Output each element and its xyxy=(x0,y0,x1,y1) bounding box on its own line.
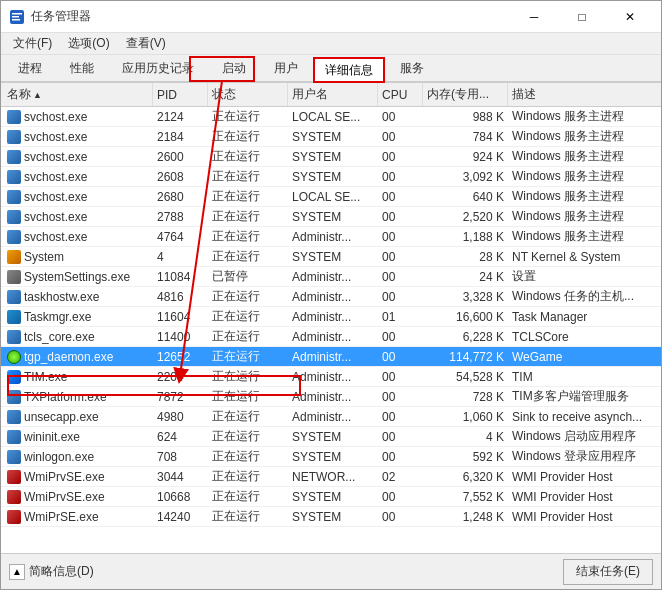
cell-mem: 3,092 K xyxy=(423,170,508,184)
cell-status: 正在运行 xyxy=(208,108,288,125)
col-name[interactable]: 名称 ▲ xyxy=(3,83,153,106)
maximize-button[interactable]: □ xyxy=(559,1,605,33)
cell-name: svchost.exe xyxy=(3,150,153,164)
table-row[interactable]: WmiPrSE.exe 14240 正在运行 SYSTEM 00 1,248 K… xyxy=(1,507,661,527)
col-user[interactable]: 用户名 xyxy=(288,83,378,106)
end-task-button[interactable]: 结束任务(E) xyxy=(563,559,653,585)
table-row[interactable]: SystemSettings.exe 11084 已暂停 Administr..… xyxy=(1,267,661,287)
cell-cpu: 00 xyxy=(378,130,423,144)
cell-pid: 4816 xyxy=(153,290,208,304)
table-row[interactable]: unsecapp.exe 4980 正在运行 Administr... 00 1… xyxy=(1,407,661,427)
expand-button[interactable]: ▲ xyxy=(9,564,25,580)
cell-desc: Windows 启动应用程序 xyxy=(508,428,659,445)
table-row[interactable]: svchost.exe 2124 正在运行 LOCAL SE... 00 988… xyxy=(1,107,661,127)
table-row[interactable]: WmiPrvSE.exe 10668 正在运行 SYSTEM 00 7,552 … xyxy=(1,487,661,507)
col-pid[interactable]: PID xyxy=(153,83,208,106)
table-row[interactable]: System 4 正在运行 SYSTEM 00 28 K NT Kernel &… xyxy=(1,247,661,267)
table-row[interactable]: svchost.exe 2680 正在运行 LOCAL SE... 00 640… xyxy=(1,187,661,207)
tab-startup[interactable]: 启动 xyxy=(209,55,259,81)
col-mem[interactable]: 内存(专用... xyxy=(423,83,508,106)
cell-pid: 2680 xyxy=(153,190,208,204)
table-row[interactable]: svchost.exe 4764 正在运行 Administr... 00 1,… xyxy=(1,227,661,247)
process-icon xyxy=(7,170,21,184)
tab-performance[interactable]: 性能 xyxy=(57,55,107,81)
menu-options[interactable]: 选项(O) xyxy=(60,33,117,54)
table-row[interactable]: tcls_core.exe 11400 正在运行 Administr... 00… xyxy=(1,327,661,347)
cell-desc: 设置 xyxy=(508,268,659,285)
table-row[interactable]: svchost.exe 2184 正在运行 SYSTEM 00 784 K Wi… xyxy=(1,127,661,147)
tab-app-history[interactable]: 应用历史记录 xyxy=(109,55,207,81)
cell-pid: 14240 xyxy=(153,510,208,524)
app-icon xyxy=(9,9,25,25)
process-icon xyxy=(7,290,21,304)
close-button[interactable]: ✕ xyxy=(607,1,653,33)
cell-status: 正在运行 xyxy=(208,228,288,245)
cell-name: Taskmgr.exe xyxy=(3,310,153,324)
menu-file[interactable]: 文件(F) xyxy=(5,33,60,54)
menu-view[interactable]: 查看(V) xyxy=(118,33,174,54)
tab-processes[interactable]: 进程 xyxy=(5,55,55,81)
table-row[interactable]: TIM.exe 2204 正在运行 Administr... 00 54,528… xyxy=(1,367,661,387)
tab-users[interactable]: 用户 xyxy=(261,55,311,81)
title-bar: 任务管理器 ─ □ ✕ xyxy=(1,1,661,33)
process-icon xyxy=(7,510,21,524)
footer-left: ▲ 简略信息(D) xyxy=(9,563,94,580)
cell-cpu: 00 xyxy=(378,230,423,244)
process-name: tcls_core.exe xyxy=(24,330,95,344)
process-name: unsecapp.exe xyxy=(24,410,99,424)
process-icon xyxy=(7,450,21,464)
cell-mem: 3,328 K xyxy=(423,290,508,304)
summary-label[interactable]: 简略信息(D) xyxy=(29,563,94,580)
table-row[interactable]: Taskmgr.exe 11604 正在运行 Administr... 01 1… xyxy=(1,307,661,327)
cell-name: wininit.exe xyxy=(3,430,153,444)
process-name: svchost.exe xyxy=(24,110,87,124)
cell-status: 正在运行 xyxy=(208,508,288,525)
cell-user: Administr... xyxy=(288,330,378,344)
cell-pid: 12652 xyxy=(153,350,208,364)
process-icon xyxy=(7,230,21,244)
cell-mem: 28 K xyxy=(423,250,508,264)
cell-desc: Windows 服务主进程 xyxy=(508,108,659,125)
cell-desc: Task Manager xyxy=(508,310,659,324)
cell-cpu: 00 xyxy=(378,450,423,464)
cell-pid: 4980 xyxy=(153,410,208,424)
tab-details[interactable]: 详细信息 xyxy=(313,57,385,83)
window-title: 任务管理器 xyxy=(31,8,91,25)
cell-user: NETWOR... xyxy=(288,470,378,484)
cell-user: Administr... xyxy=(288,390,378,404)
cell-mem: 728 K xyxy=(423,390,508,404)
cell-status: 正在运行 xyxy=(208,448,288,465)
cell-mem: 24 K xyxy=(423,270,508,284)
table-row[interactable]: taskhostw.exe 4816 正在运行 Administr... 00 … xyxy=(1,287,661,307)
cell-desc: Windows 服务主进程 xyxy=(508,148,659,165)
cell-user: SYSTEM xyxy=(288,490,378,504)
cell-pid: 2600 xyxy=(153,150,208,164)
cell-desc: Windows 服务主进程 xyxy=(508,128,659,145)
tab-services[interactable]: 服务 xyxy=(387,55,437,81)
cell-cpu: 00 xyxy=(378,250,423,264)
table-row[interactable]: svchost.exe 2788 正在运行 SYSTEM 00 2,520 K … xyxy=(1,207,661,227)
table-row[interactable]: wininit.exe 624 正在运行 SYSTEM 00 4 K Windo… xyxy=(1,427,661,447)
process-name: taskhostw.exe xyxy=(24,290,99,304)
cell-mem: 988 K xyxy=(423,110,508,124)
col-desc[interactable]: 描述 xyxy=(508,83,659,106)
cell-name: winlogon.exe xyxy=(3,450,153,464)
col-cpu[interactable]: CPU xyxy=(378,83,423,106)
process-name: svchost.exe xyxy=(24,150,87,164)
cell-desc: Windows 服务主进程 xyxy=(508,188,659,205)
footer: ▲ 简略信息(D) 结束任务(E) xyxy=(1,553,661,589)
table-row[interactable]: tgp_daemon.exe 12652 正在运行 Administr... 0… xyxy=(1,347,661,367)
table-row[interactable]: svchost.exe 2600 正在运行 SYSTEM 00 924 K Wi… xyxy=(1,147,661,167)
col-status[interactable]: 状态 xyxy=(208,83,288,106)
process-name: TIM.exe xyxy=(24,370,67,384)
process-name: winlogon.exe xyxy=(24,450,94,464)
minimize-button[interactable]: ─ xyxy=(511,1,557,33)
table-row[interactable]: svchost.exe 2608 正在运行 SYSTEM 00 3,092 K … xyxy=(1,167,661,187)
table-row[interactable]: TXPlatform.exe 7872 正在运行 Administr... 00… xyxy=(1,387,661,407)
cell-desc: TIM xyxy=(508,370,659,384)
table-row[interactable]: WmiPrvSE.exe 3044 正在运行 NETWOR... 02 6,32… xyxy=(1,467,661,487)
cell-user: Administr... xyxy=(288,350,378,364)
cell-user: Administr... xyxy=(288,310,378,324)
table-row[interactable]: winlogon.exe 708 正在运行 SYSTEM 00 592 K Wi… xyxy=(1,447,661,467)
cell-user: SYSTEM xyxy=(288,430,378,444)
